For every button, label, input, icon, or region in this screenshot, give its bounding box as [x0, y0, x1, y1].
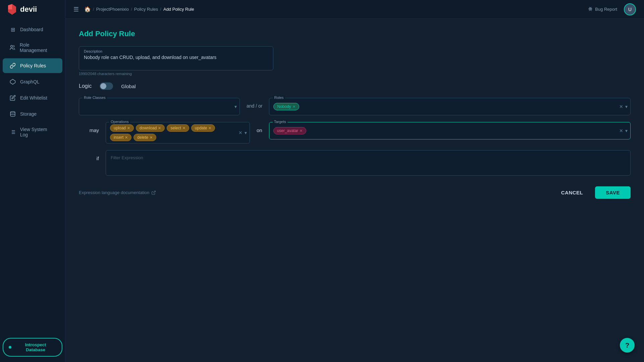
topbar-right: Bug Report U	[588, 3, 636, 15]
form-actions: Expression language documentation CANCEL…	[79, 184, 631, 199]
cancel-button[interactable]: CANCEL	[554, 186, 590, 199]
introspect-database-button[interactable]: Introspect Database	[3, 338, 62, 357]
chip-nobody-label: Nobody	[277, 104, 291, 109]
actions-right: CANCEL SAVE	[554, 186, 631, 199]
chip-download-close[interactable]: ✕	[158, 126, 161, 130]
if-label: if	[79, 150, 99, 161]
add-policy-rule-form: Description Nobody role can CRUD, upload…	[79, 46, 631, 199]
chip-insert-label: insert	[114, 135, 123, 140]
global-toggle[interactable]	[100, 82, 113, 90]
sidebar-navigation: ⊞ Dashboard Role Management Policy Rules…	[0, 19, 65, 334]
toggle-track	[100, 82, 113, 90]
logic-label: Logic	[79, 83, 92, 89]
roles-actions: ✕ ▾	[619, 104, 628, 109]
sidebar-item-role-management[interactable]: Role Management	[3, 38, 62, 57]
chip-select-label: select	[170, 126, 181, 130]
devii-logo-icon	[7, 4, 17, 15]
chip-delete[interactable]: delete ✕	[133, 134, 156, 141]
logic-row: Logic Global	[79, 82, 631, 90]
page-title: Add Policy Rule	[79, 29, 631, 38]
sidebar-item-policy-rules[interactable]: Policy Rules	[3, 58, 62, 73]
svg-point-4	[10, 112, 15, 113]
roles-clear-icon[interactable]: ✕	[619, 104, 623, 109]
bug-report-button[interactable]: Bug Report	[588, 7, 617, 12]
user-avatar[interactable]: U	[624, 3, 636, 15]
role-management-icon	[9, 44, 16, 51]
role-classes-row: Role Classes ▾ and / or Roles Nobody ✕ ✕…	[79, 98, 631, 115]
may-label: may	[79, 122, 99, 133]
roles-select[interactable]: Roles Nobody ✕ ✕ ▾	[269, 98, 631, 115]
filter-expression-box[interactable]: Filter Expression	[106, 150, 631, 176]
targets-dropdown-icon[interactable]: ▾	[625, 128, 628, 133]
sidebar-item-view-system-log[interactable]: View System Log	[3, 123, 62, 141]
sidebar-label-storage: Storage	[20, 111, 37, 117]
description-field-wrapper: Description Nobody role can CRUD, upload…	[79, 46, 273, 70]
save-button[interactable]: SAVE	[595, 186, 631, 199]
breadcrumb: 🏠 / ProjectPhoenixio / Policy Rules / Ad…	[84, 6, 194, 12]
edit-whitelist-icon	[9, 95, 16, 101]
svg-marker-1	[8, 4, 12, 9]
targets-clear-icon[interactable]: ✕	[619, 128, 623, 133]
sidebar-label-role-management: Role Management	[20, 42, 56, 53]
operations-dropdown-icon[interactable]: ▾	[245, 130, 247, 135]
chip-nobody[interactable]: Nobody ✕	[273, 103, 299, 110]
targets-select[interactable]: Targets user_avatar ✕ ✕ ▾	[269, 122, 631, 139]
chip-update[interactable]: update ✕	[191, 124, 215, 132]
role-classes-dropdown-icon[interactable]: ▾	[234, 104, 237, 109]
char-count: 1990/2048 characters remaining	[79, 72, 631, 76]
description-textarea[interactable]: Nobody role can CRUD, upload, and downlo…	[84, 55, 268, 65]
role-classes-label: Role Classes	[83, 96, 107, 100]
svg-marker-3	[10, 79, 15, 84]
sidebar-label-policy-rules: Policy Rules	[20, 63, 46, 68]
home-icon[interactable]: 🏠	[84, 6, 91, 12]
chip-upload-close[interactable]: ✕	[127, 126, 130, 130]
chip-insert[interactable]: insert ✕	[110, 134, 131, 141]
chip-delete-label: delete	[137, 135, 148, 140]
breadcrumb-sep-2: /	[131, 7, 132, 12]
topbar: ☰ 🏠 / ProjectPhoenixio / Policy Rules / …	[65, 0, 644, 19]
filter-expression-placeholder: Filter Expression	[111, 155, 143, 160]
targets-label: Targets	[273, 120, 287, 124]
sidebar-label-edit-whitelist: Edit Whitelist	[20, 95, 47, 101]
chip-select-close[interactable]: ✕	[182, 126, 185, 130]
operations-select[interactable]: Operations upload ✕ download ✕ select ✕	[106, 122, 250, 143]
svg-point-2	[11, 45, 13, 47]
storage-icon	[9, 111, 16, 117]
help-fab-button[interactable]: ?	[620, 338, 635, 353]
chip-user-avatar-close[interactable]: ✕	[300, 129, 303, 133]
chip-download[interactable]: download ✕	[136, 124, 165, 132]
sidebar-item-edit-whitelist[interactable]: Edit Whitelist	[3, 90, 62, 105]
sidebar-label-dashboard: Dashboard	[20, 27, 43, 32]
breadcrumb-project[interactable]: ProjectPhoenixio	[96, 7, 129, 12]
breadcrumb-section[interactable]: Policy Rules	[134, 7, 158, 12]
bug-report-label: Bug Report	[595, 7, 617, 12]
chip-upload[interactable]: upload ✕	[110, 124, 134, 132]
chip-insert-close[interactable]: ✕	[125, 135, 128, 140]
role-classes-actions: ▾	[234, 104, 237, 109]
bug-icon	[588, 7, 593, 12]
filter-row: if Filter Expression	[79, 150, 631, 176]
chip-select[interactable]: select ✕	[167, 124, 189, 132]
sidebar-item-dashboard[interactable]: ⊞ Dashboard	[3, 22, 62, 37]
breadcrumb-current: Add Policy Rule	[163, 7, 194, 12]
and-or-label: and / or	[247, 98, 262, 109]
sidebar-item-graphql[interactable]: GraphQL	[3, 74, 62, 89]
role-classes-select[interactable]: Role Classes ▾	[79, 98, 240, 115]
sidebar: devii ⊞ Dashboard Role Management Policy…	[0, 0, 65, 362]
expression-language-docs-link[interactable]: Expression language documentation	[79, 190, 156, 195]
chip-user-avatar[interactable]: user_avatar ✕	[273, 127, 306, 134]
description-field-group: Description Nobody role can CRUD, upload…	[79, 46, 631, 76]
chip-update-close[interactable]: ✕	[208, 126, 211, 130]
hamburger-button[interactable]: ☰	[73, 6, 79, 13]
sidebar-logo: devii	[0, 0, 65, 19]
svg-line-11	[153, 191, 155, 193]
chip-delete-close[interactable]: ✕	[150, 135, 153, 140]
roles-dropdown-icon[interactable]: ▾	[625, 104, 628, 109]
introspect-label: Introspect Database	[15, 342, 56, 352]
roles-label: Roles	[273, 96, 285, 100]
chip-upload-label: upload	[114, 126, 126, 130]
sidebar-item-storage[interactable]: Storage	[3, 107, 62, 121]
operations-actions: ✕ ▾	[238, 130, 247, 135]
operations-clear-icon[interactable]: ✕	[238, 130, 243, 135]
chip-nobody-close[interactable]: ✕	[292, 105, 296, 109]
